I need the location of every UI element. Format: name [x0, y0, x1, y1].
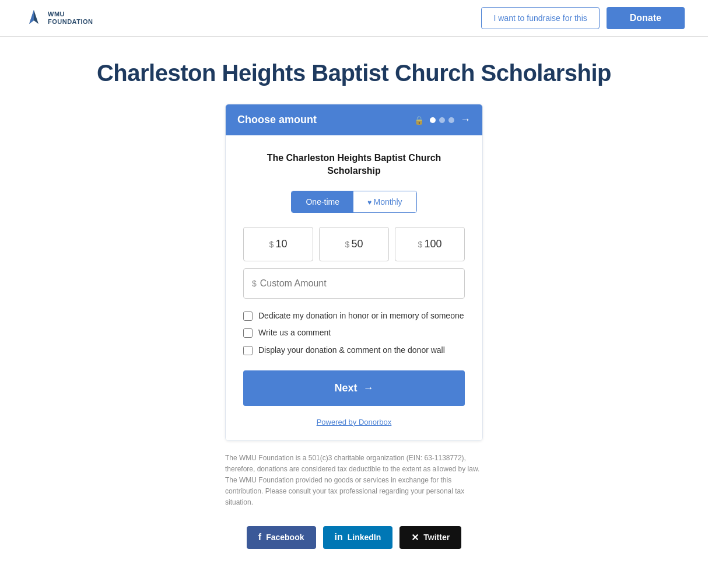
- checkbox-group: Dedicate my donation in honor or in memo…: [243, 310, 465, 356]
- dedicate-label: Dedicate my donation in honor or in memo…: [258, 310, 464, 322]
- disclaimer-text: The WMU Foundation is a 501(c)3 charitab…: [225, 453, 483, 509]
- fundraise-button[interactable]: I want to fundraise for this: [481, 7, 599, 29]
- twitter-label: Twitter: [423, 533, 450, 542]
- checkbox-display[interactable]: Display your donation & comment on the d…: [243, 345, 465, 356]
- header-buttons: I want to fundraise for this Donate: [481, 7, 685, 29]
- amount-button-10[interactable]: $10: [243, 227, 313, 261]
- logo-text: WMU FOUNDATION: [48, 10, 93, 26]
- step-dots: [430, 117, 454, 123]
- svg-marker-1: [29, 10, 34, 24]
- amount-button-50[interactable]: $50: [319, 227, 389, 261]
- facebook-label: Facebook: [266, 533, 304, 542]
- social-row: f Facebook in LinkedIn ✕ Twitter: [247, 526, 461, 549]
- monthly-button[interactable]: ♥ Monthly: [353, 191, 416, 212]
- checkbox-comment[interactable]: Write us a comment: [243, 327, 465, 339]
- linkedin-icon: in: [335, 532, 343, 542]
- display-checkbox[interactable]: [243, 346, 253, 355]
- donate-button[interactable]: Donate: [607, 7, 685, 29]
- custom-amount-prefix: $: [252, 279, 257, 288]
- powered-by: Powered by Donorbox: [243, 418, 465, 426]
- twitter-button[interactable]: ✕ Twitter: [399, 526, 461, 549]
- twitter-icon: ✕: [411, 532, 419, 543]
- currency-symbol-1: $: [269, 240, 274, 249]
- step-arrow-icon: →: [460, 114, 471, 126]
- step-dot-1: [430, 117, 436, 123]
- checkbox-dedicate[interactable]: Dedicate my donation in honor or in memo…: [243, 310, 465, 322]
- heart-icon: ♥: [367, 198, 373, 206]
- facebook-icon: f: [258, 532, 261, 542]
- step-dot-3: [448, 117, 454, 123]
- facebook-button[interactable]: f Facebook: [247, 526, 316, 549]
- comment-checkbox[interactable]: [243, 328, 253, 338]
- main-content: Charleston Heights Baptist Church Schola…: [0, 37, 708, 572]
- logo: WMU FOUNDATION: [23, 8, 93, 29]
- site-header: WMU FOUNDATION I want to fundraise for t…: [0, 0, 708, 37]
- custom-amount-input[interactable]: [260, 269, 456, 298]
- currency-symbol-3: $: [418, 240, 423, 249]
- page-title: Charleston Heights Baptist Church Schola…: [97, 60, 611, 86]
- card-body: The Charleston Heights Baptist Church Sc…: [226, 135, 482, 440]
- logo-icon: [23, 8, 44, 29]
- donation-card: Choose amount 🔒 → The Charleston Heights…: [225, 104, 483, 441]
- currency-symbol-2: $: [345, 240, 350, 249]
- next-button-label: Next: [334, 382, 357, 394]
- display-label: Display your donation & comment on the d…: [258, 345, 445, 356]
- card-header: Choose amount 🔒 →: [226, 104, 482, 135]
- donorbox-link[interactable]: Powered by Donorbox: [317, 418, 392, 426]
- next-arrow-icon: →: [363, 382, 374, 394]
- linkedin-button[interactable]: in LinkedIn: [323, 526, 393, 549]
- amount-grid: $10 $50 $100: [243, 227, 465, 261]
- custom-amount-wrapper: $: [243, 268, 465, 299]
- card-header-title: Choose amount: [237, 114, 317, 126]
- step-dot-2: [439, 117, 445, 123]
- amount-button-100[interactable]: $100: [395, 227, 465, 261]
- dedicate-checkbox[interactable]: [243, 312, 253, 321]
- next-button[interactable]: Next →: [243, 370, 465, 406]
- one-time-button[interactable]: One-time: [292, 191, 353, 212]
- frequency-toggle: One-time ♥ Monthly: [291, 191, 416, 213]
- linkedin-label: LinkedIn: [348, 533, 381, 542]
- scholarship-name: The Charleston Heights Baptist Church Sc…: [243, 152, 465, 178]
- lock-icon: 🔒: [414, 116, 424, 125]
- card-header-controls: 🔒 →: [414, 114, 471, 126]
- comment-label: Write us a comment: [258, 327, 331, 339]
